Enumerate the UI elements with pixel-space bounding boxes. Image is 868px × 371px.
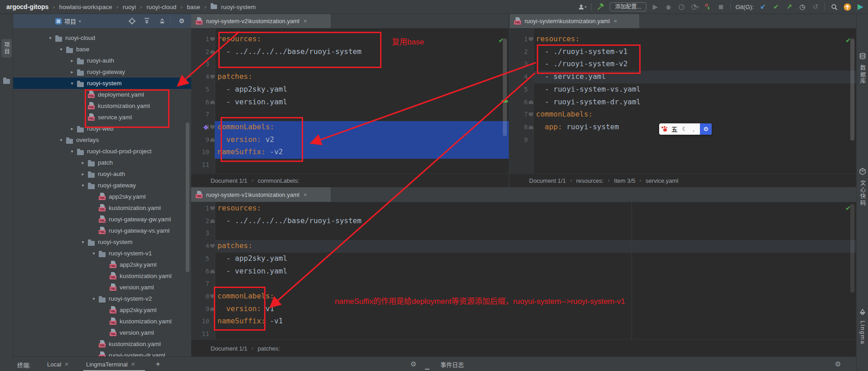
breadcrumb-item[interactable]: Document 1/1: [529, 177, 566, 184]
pane1-scrollbar[interactable]: [503, 39, 507, 136]
tree-chevron-right-icon[interactable]: ▸: [69, 126, 75, 131]
breadcrumb-item[interactable]: ruoyi-cloud: [146, 4, 176, 10]
tree-item-ruoyi-gateway-vs.yaml[interactable]: YMLruoyi-gateway-vs.yaml: [13, 225, 191, 236]
tree-chevron-down-icon[interactable]: ▾: [58, 47, 64, 52]
tree-item-kustomization.yaml[interactable]: YMLkustomization.yaml: [13, 338, 191, 350]
tree-chevron-right-icon[interactable]: ▸: [80, 160, 86, 165]
tool-tab-Lingma[interactable]: Lingma: [857, 308, 868, 345]
lingma-logo-icon[interactable]: [856, 3, 864, 11]
code-line[interactable]: - app2sky.yaml: [217, 254, 287, 263]
editor-pane-bottom[interactable]: 1resources:2 - ../../../../base/ruoyi-sy…: [191, 201, 856, 339]
coverage-icon[interactable]: ▾: [691, 3, 699, 11]
user-icon[interactable]: ▾: [578, 3, 586, 11]
git-commit-icon[interactable]: ✔: [772, 3, 780, 11]
tree-scrollbar[interactable]: [186, 122, 189, 272]
ime-moon-icon[interactable]: ☾: [680, 126, 690, 132]
breadcrumb-item[interactable]: commonLabels:: [258, 177, 299, 184]
tool-tab-文心快码[interactable]: 文心快码: [857, 168, 868, 206]
tree-item-ruoyi-cloud-prod-project[interactable]: ▾ruoyi-cloud-prod-project: [13, 146, 191, 157]
ime-toolbar[interactable]: 五 ☾ ， ⚙: [659, 123, 712, 135]
run-configuration-selector[interactable]: 添加配置...: [610, 2, 646, 11]
rollback-icon[interactable]: ↺: [811, 3, 820, 11]
ai-suggestion-gutter-icon[interactable]: ❖: [203, 124, 209, 131]
upgrade-icon[interactable]: [843, 3, 851, 11]
tab-ruoyi-system-kustomization[interactable]: YML ruoyi-system\kustomization.yaml ×: [510, 14, 639, 28]
tree-item-app2sky.yaml[interactable]: YMLapp2sky.yaml: [13, 304, 191, 316]
new-terminal-tab-button[interactable]: +: [153, 357, 163, 371]
gear-icon[interactable]: ⚙: [835, 360, 841, 368]
breadcrumb-item[interactable]: Item 3/5: [614, 177, 635, 184]
tree-item-kustomization.yaml[interactable]: YMLkustomization.yaml: [13, 316, 191, 327]
tree-chevron-down-icon[interactable]: ▾: [69, 149, 75, 154]
breadcrumb-item[interactable]: service.yaml: [646, 177, 678, 184]
code-line[interactable]: - app2sky.yaml: [217, 85, 287, 93]
close-icon[interactable]: ×: [64, 361, 69, 367]
breadcrumb-item[interactable]: howlaisi-workspace: [59, 4, 112, 10]
tree-item-ruoyi-system-v1[interactable]: ▾ruoyi-system-v1: [13, 248, 191, 259]
tree-chevron-down-icon[interactable]: ▾: [80, 183, 86, 188]
tree-item-ruoyi-gateway[interactable]: ▾ruoyi-gateway: [13, 180, 191, 191]
pane3-scrollbar[interactable]: [850, 204, 854, 293]
tree-chevron-down-icon[interactable]: ▾: [91, 296, 97, 301]
code-line[interactable]: resources:: [217, 204, 261, 212]
tree-item-ruoyi-auth[interactable]: ▸ruoyi-auth: [13, 55, 191, 66]
code-line[interactable]: - ../../../../base/ruoyi-system: [217, 216, 362, 225]
code-line[interactable]: patches:: [217, 72, 252, 81]
inspection-ok-icon[interactable]: ✔: [845, 36, 851, 44]
history-icon[interactable]: ◷: [798, 3, 806, 11]
terminal-tab-Local[interactable]: Local×: [44, 357, 72, 371]
breadcrumb-item[interactable]: Document 1/1: [211, 345, 247, 352]
tree-chevron-down-icon[interactable]: ▾: [69, 81, 75, 86]
breadcrumb-item[interactable]: Document 1/1: [211, 177, 247, 184]
code-line[interactable]: commonLabels:: [536, 110, 593, 118]
code-line[interactable]: patches:: [217, 241, 252, 250]
ime-language-indicator[interactable]: 五: [670, 125, 680, 133]
tree-chevron-right-icon[interactable]: ▸: [69, 69, 75, 74]
breadcrumb-item[interactable]: base: [187, 4, 200, 10]
git-push-icon[interactable]: ↗: [785, 3, 793, 11]
editor-split-divider[interactable]: [509, 14, 510, 187]
terminal-tab-LingmaTerminal[interactable]: LingmaTerminal×: [83, 357, 138, 371]
inspection-ok-icon[interactable]: ✔: [498, 36, 504, 44]
tree-item-patch[interactable]: ▸patch: [13, 157, 191, 168]
stop-icon[interactable]: ■: [717, 3, 725, 11]
tree-item-kustomization.yaml[interactable]: YMLkustomization.yaml: [13, 270, 191, 282]
tree-item-ruoyi-gateway-gw.yaml[interactable]: YMLruoyi-gateway-gw.yaml: [13, 214, 191, 225]
attach-debugger-icon[interactable]: [704, 3, 712, 11]
project-panel-title[interactable]: 项目 ▾: [55, 17, 81, 25]
tab-ruoyi-system-v2-kustomization[interactable]: YML ruoyi-system-v2\kustomization.yaml ×: [191, 14, 331, 28]
tree-item-app2sky.yaml[interactable]: YMLapp2sky.yaml: [13, 191, 191, 202]
tree-item-kustomization.yaml[interactable]: YMLkustomization.yaml: [13, 202, 191, 214]
tree-chevron-right-icon[interactable]: ▸: [69, 58, 75, 63]
close-tab-icon[interactable]: ×: [614, 18, 617, 24]
tree-item-version.yaml[interactable]: YMLversion.yaml: [13, 282, 191, 293]
git-update-icon[interactable]: ↙: [759, 3, 767, 11]
breadcrumb-item[interactable]: ruoyi: [123, 4, 136, 10]
expand-all-icon[interactable]: [143, 17, 150, 24]
tree-item-version.yaml[interactable]: YMLversion.yaml: [13, 327, 191, 338]
ime-settings-gear-icon[interactable]: ⚙: [700, 123, 712, 135]
tree-chevron-down-icon[interactable]: ▾: [47, 35, 53, 40]
pane2-scrollbar[interactable]: [850, 39, 854, 141]
code-line[interactable]: - ruoyi-system-vs.yaml: [536, 85, 641, 93]
breadcrumb-item[interactable]: resources:: [576, 177, 604, 184]
tree-chevron-down-icon[interactable]: ▾: [80, 239, 86, 244]
debug-icon[interactable]: [665, 3, 673, 11]
profiler-icon[interactable]: [678, 3, 686, 11]
hide-terminal-icon[interactable]: [425, 363, 429, 371]
tree-item-app2sky.yaml[interactable]: YMLapp2sky.yaml: [13, 259, 191, 270]
close-icon[interactable]: ×: [131, 361, 135, 367]
project-tool-tab[interactable]: 项目: [1, 39, 12, 58]
tree-chevron-down-icon[interactable]: ▾: [58, 137, 64, 142]
folder-icon[interactable]: [3, 77, 10, 85]
tree-item-ruoyi-system-v2[interactable]: ▾ruoyi-system-v2: [13, 293, 191, 304]
tree-item-ruoyi-gateway[interactable]: ▸ruoyi-gateway: [13, 66, 191, 78]
tree-item-ruoyi-system-dr.yaml[interactable]: YMLruoyi-system-dr.yaml: [13, 350, 191, 356]
inspection-ok-icon[interactable]: ✔: [845, 204, 851, 212]
code-line[interactable]: app: ruoyi-system: [536, 122, 619, 131]
close-tab-icon[interactable]: ×: [304, 191, 307, 198]
breadcrumb-item[interactable]: patches:: [258, 345, 280, 352]
tree-item-ruoyi-cloud[interactable]: ▾ruoyi-cloud: [13, 32, 191, 44]
code-line[interactable]: - ruoyi-system-dr.yaml: [536, 98, 641, 106]
tree-item-ruoyi-auth[interactable]: ▸ruoyi-auth: [13, 168, 191, 180]
